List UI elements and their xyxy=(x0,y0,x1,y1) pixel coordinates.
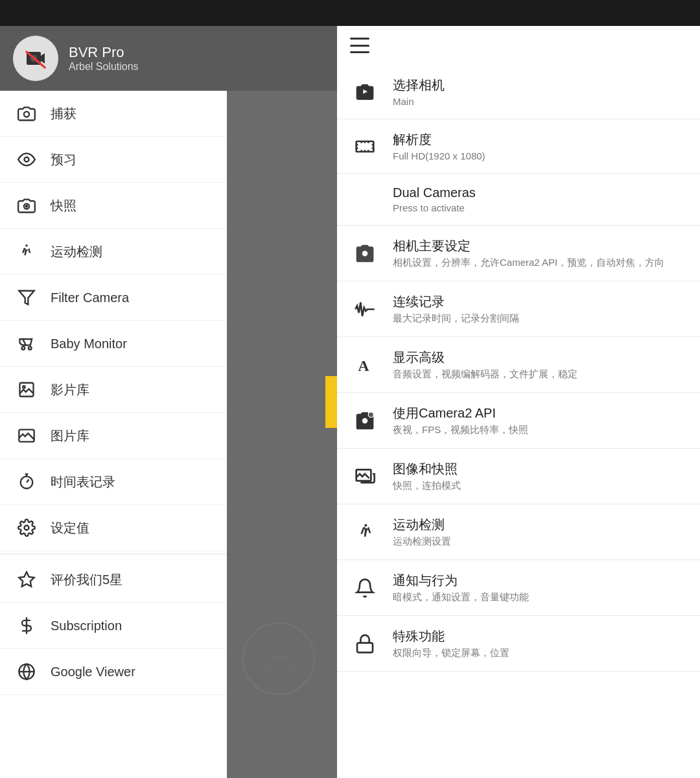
menu-label-google: Google Viewer xyxy=(51,665,135,679)
settings-subtitle-resolution: Full HD(1920 x 1080) xyxy=(393,150,687,161)
eye-icon xyxy=(16,148,38,171)
image-snap-icon xyxy=(350,462,380,491)
hamburger-line-2 xyxy=(350,45,369,47)
app-info: BVR Pro Arbel Solutions xyxy=(69,44,139,73)
settings-title-continuous: 连续记录 xyxy=(393,293,687,311)
settings-text-continuous: 连续记录 最大记录时间，记录分割间隔 xyxy=(393,293,687,325)
svg-marker-16 xyxy=(19,572,34,586)
svg-point-4 xyxy=(25,158,29,162)
settings-item-dual-cameras[interactable]: Dual Cameras Press to activate xyxy=(337,174,700,226)
settings-text-camera-main: 相机主要设定 相机设置，分辨率，允许Camera2 API，预览，自动对焦，方向 xyxy=(393,237,687,269)
settings-title-camera2: 使用Camera2 API xyxy=(393,405,687,422)
menu-label-baby: Baby Monitor xyxy=(51,336,127,351)
menu-item-filter[interactable]: Filter Camera xyxy=(0,275,227,321)
menu-item-video-gallery[interactable]: 影片库 xyxy=(0,367,227,413)
dollar-icon xyxy=(16,615,38,637)
menu-label-rate: 评价我们5星 xyxy=(51,571,122,589)
menu-item-motion[interactable]: 运动检测 xyxy=(0,229,227,275)
menu-item-capture[interactable]: 捕获 xyxy=(0,91,227,137)
menu-label-timelapse: 时间表记录 xyxy=(51,473,115,491)
motion-icon xyxy=(350,517,380,547)
settings-title-special: 特殊功能 xyxy=(393,628,687,645)
settings-item-camera-main[interactable]: 相机主要设定 相机设置，分辨率，允许Camera2 API，预览，自动对焦，方向 xyxy=(337,226,700,281)
menu-divider xyxy=(0,554,227,554)
menu-label-video-gallery: 影片库 xyxy=(51,381,89,399)
svg-text:SOLUTIONS: SOLUTIONS xyxy=(262,665,296,672)
settings-title-display: 显示高级 xyxy=(393,349,687,366)
app-logo-icon xyxy=(21,44,50,73)
settings-item-continuous[interactable]: 连续记录 最大记录时间，记录分割间隔 xyxy=(337,281,700,337)
app-header: BVR Pro Arbel Solutions xyxy=(0,26,337,91)
settings-subtitle-camera2: 夜视，FPS，视频比特率，快照 xyxy=(393,424,687,436)
camera-front-icon xyxy=(350,77,380,107)
hamburger-line-3 xyxy=(350,51,369,53)
globe-icon xyxy=(16,661,38,683)
menu-item-baby[interactable]: Baby Monitor xyxy=(0,321,227,367)
settings-subtitle-special: 权限向导，锁定屏幕，位置 xyxy=(393,647,687,659)
waveform-icon xyxy=(350,294,380,324)
menu-item-snapshot[interactable]: 快照 xyxy=(0,183,227,229)
settings-title-notify: 通知与行为 xyxy=(393,572,687,589)
svg-rect-11 xyxy=(20,383,34,397)
svg-rect-38 xyxy=(357,642,373,652)
settings-item-image-snap[interactable]: 图像和快照 快照，连拍模式 xyxy=(337,449,700,504)
menu-item-google[interactable]: Google Viewer xyxy=(0,649,227,695)
resolution-icon xyxy=(350,132,380,161)
settings-item-resolution[interactable]: 解析度 Full HD(1920 x 1080) xyxy=(337,119,700,174)
settings-item-camera2[interactable]: 使用Camera2 API 夜视，FPS，视频比特率，快照 xyxy=(337,393,700,449)
menu-item-timelapse[interactable]: 时间表记录 xyxy=(0,459,227,505)
menu-item-rate[interactable]: 评价我们5星 xyxy=(0,557,227,603)
settings-subtitle-camera-main: 相机设置，分辨率，允许Camera2 API，预览，自动对焦，方向 xyxy=(393,257,687,269)
menu-item-photo-gallery[interactable]: 图片库 xyxy=(0,413,227,459)
settings-item-notify[interactable]: 通知与行为 暗模式，通知设置，音量键功能 xyxy=(337,560,700,616)
settings-subtitle-continuous: 最大记录时间，记录分割间隔 xyxy=(393,312,687,325)
menu-item-settings[interactable]: 设定值 xyxy=(0,505,227,551)
watermark: ARBEL SOLUTIONS xyxy=(240,620,318,700)
menu-label-subscription: Subscription xyxy=(51,619,122,633)
svg-point-10 xyxy=(29,347,32,350)
settings-item-special[interactable]: 特殊功能 权限向导，锁定屏幕，位置 xyxy=(337,616,700,672)
bell-icon xyxy=(350,573,380,603)
settings-item-motion-detect[interactable]: 运动检测 运动检测设置 xyxy=(337,504,700,560)
menu-label-motion: 运动检测 xyxy=(51,243,102,261)
settings-title-camera-main: 相机主要设定 xyxy=(393,237,687,255)
menu-label-capture: 捕获 xyxy=(51,105,76,123)
settings-list: 选择相机 Main xyxy=(337,65,700,778)
menu-label-preview: 预习 xyxy=(51,151,76,169)
settings-subtitle-display: 音频设置，视频编解码器，文件扩展，稳定 xyxy=(393,368,687,381)
settings-title-image-snap: 图像和快照 xyxy=(393,460,687,478)
svg-point-12 xyxy=(23,386,25,388)
settings-text-display: 显示高级 音频设置，视频编解码器，文件扩展，稳定 xyxy=(393,349,687,381)
drawer-menu: 捕获 预习 快照 xyxy=(0,91,227,778)
menu-label-settings: 设定值 xyxy=(51,519,89,537)
photo-icon xyxy=(16,425,38,447)
settings-subtitle-motion-detect: 运动检测设置 xyxy=(393,536,687,548)
svg-point-15 xyxy=(25,526,29,530)
menu-item-subscription[interactable]: Subscription xyxy=(0,603,227,649)
svg-point-37 xyxy=(364,524,367,526)
hamburger-menu[interactable] xyxy=(350,38,369,53)
settings-text-camera2: 使用Camera2 API 夜视，FPS，视频比特率，快照 xyxy=(393,405,687,436)
image-icon xyxy=(16,379,38,401)
settings-subtitle-dual-cameras: Press to activate xyxy=(393,202,687,213)
left-panel: BVR Pro Arbel Solutions 捕获 xyxy=(0,26,337,778)
settings-item-display[interactable]: A 显示高级 音频设置，视频编解码器，文件扩展，稳定 xyxy=(337,337,700,393)
settings-subtitle-select-camera: Main xyxy=(393,96,687,107)
svg-point-35 xyxy=(368,412,373,417)
timer-icon xyxy=(16,471,38,493)
camera2-icon xyxy=(350,406,380,436)
app-logo xyxy=(13,36,58,81)
menu-label-photo-gallery: 图片库 xyxy=(51,427,89,445)
settings-title-motion-detect: 运动检测 xyxy=(393,516,687,534)
text-a-icon: A xyxy=(350,350,380,380)
svg-marker-8 xyxy=(19,291,34,305)
app-name: BVR Pro xyxy=(69,44,139,61)
menu-item-preview[interactable]: 预习 xyxy=(0,137,227,183)
svg-text:ARBEL: ARBEL xyxy=(267,655,290,663)
menu-label-snapshot: 快照 xyxy=(51,197,76,215)
settings-text-motion-detect: 运动检测 运动检测设置 xyxy=(393,516,687,548)
gear-icon xyxy=(16,517,38,539)
star-icon xyxy=(16,569,38,591)
stroller-icon xyxy=(16,333,38,355)
settings-item-select-camera[interactable]: 选择相机 Main xyxy=(337,65,700,119)
